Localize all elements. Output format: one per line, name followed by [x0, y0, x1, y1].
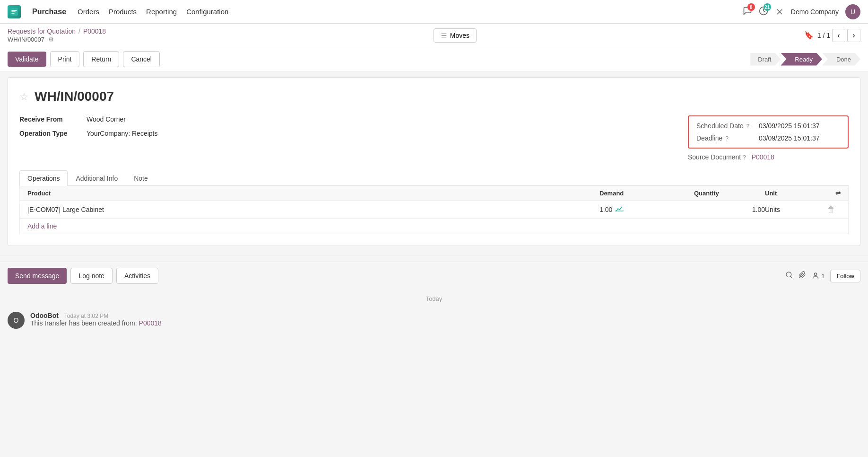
status-done[interactable]: Done [822, 53, 860, 66]
main-content: ☆ WH/IN/00007 Receive From Wood Corner O… [8, 77, 860, 246]
forecast-icon[interactable] [615, 205, 624, 214]
deadline-help: ? [725, 135, 729, 142]
send-message-button[interactable]: Send message [8, 268, 67, 284]
status-draft[interactable]: Draft [750, 53, 781, 66]
chat-actions: Send message Log note Activities 1 [0, 262, 868, 290]
nav-configuration[interactable]: Configuration [186, 6, 228, 18]
top-nav: Purchase Orders Products Reporting Confi… [0, 0, 868, 24]
activity-badge: 21 [764, 3, 771, 11]
message-link[interactable]: P00018 [139, 319, 162, 327]
follower-icon [812, 272, 819, 280]
message-text: This transfer has been created from: [30, 319, 139, 327]
source-document-row: Source Document ? P00018 [688, 153, 849, 161]
action-row: Validate Print Return Cancel Draft Ready… [0, 47, 868, 71]
breadcrumb-right: 🔖 1 / 1 ‹ › [804, 29, 860, 42]
chat-icon-button[interactable]: 8 [743, 6, 752, 17]
date-divider: Today [0, 290, 868, 308]
quantity-value[interactable]: 1.00 [694, 206, 765, 213]
unit-value: Units [765, 206, 822, 213]
action-buttons: Validate Print Return Cancel [8, 51, 160, 67]
record-fields-right: Scheduled Date ? 03/09/2025 15:01:37 Dea… [688, 115, 849, 161]
add-line-button[interactable]: Add a line [20, 219, 64, 234]
print-button[interactable]: Print [50, 51, 80, 67]
chat-badge: 8 [747, 3, 755, 11]
product-name[interactable]: [E-COM07] Large Cabinet [27, 206, 599, 213]
chat-actions-right: 1 Follow [785, 270, 860, 282]
status-ready[interactable]: Ready [781, 53, 822, 66]
gear-icon[interactable]: ⚙ [48, 36, 54, 43]
operation-type-label: Operation Type [19, 130, 81, 137]
add-line-row: Add a line [20, 219, 848, 234]
pager-count: 1 / 1 [817, 32, 830, 39]
svg-rect-7 [616, 211, 624, 211]
nav-reporting[interactable]: Reporting [146, 6, 177, 18]
table-header: Product Demand Quantity Unit ⇌ [20, 186, 848, 201]
col-unit: Unit [765, 190, 822, 197]
tab-note[interactable]: Note [126, 170, 156, 186]
scheduled-date-value[interactable]: 03/09/2025 15:01:37 [759, 122, 819, 130]
attachment-icon[interactable] [799, 271, 806, 281]
deadline-label: Deadline ? [696, 134, 753, 142]
activities-button[interactable]: Activities [116, 268, 158, 284]
follower-badge[interactable]: 1 [812, 272, 825, 280]
record-header: ☆ WH/IN/00007 [19, 89, 849, 104]
app-name[interactable]: Purchase [32, 8, 66, 16]
follower-count: 1 [821, 272, 825, 280]
nav-products[interactable]: Products [109, 6, 137, 18]
record-fields-left: Receive From Wood Corner Operation Type … [19, 115, 669, 161]
scheduled-date-row: Scheduled Date ? 03/09/2025 15:01:37 [696, 122, 840, 130]
settings-icon[interactable] [775, 7, 784, 17]
validate-button[interactable]: Validate [8, 52, 46, 67]
svg-point-8 [786, 272, 791, 277]
tab-additional-info[interactable]: Additional Info [68, 170, 126, 186]
log-note-button[interactable]: Log note [70, 268, 113, 284]
breadcrumb-row: Requests for Quotation / P00018 WH/IN/00… [0, 24, 868, 47]
breadcrumb-left: Requests for Quotation / P00018 WH/IN/00… [8, 27, 106, 43]
breadcrumb-current[interactable]: P00018 [83, 27, 106, 35]
moves-button[interactable]: Moves [434, 28, 477, 43]
user-avatar[interactable]: U [845, 4, 860, 19]
pager-next[interactable]: › [847, 29, 860, 42]
message-row: O OdooBot Today at 3:02 PM This transfer… [0, 308, 868, 333]
receive-from-label: Receive From [19, 115, 81, 123]
follow-button[interactable]: Follow [830, 270, 860, 282]
activity-icon-button[interactable]: 21 [759, 6, 768, 17]
source-document-value[interactable]: P00018 [752, 153, 774, 161]
cancel-button[interactable]: Cancel [123, 51, 160, 67]
deadline-value[interactable]: 03/09/2025 15:01:37 [759, 134, 819, 142]
nav-orders[interactable]: Orders [78, 6, 99, 18]
col-quantity: Quantity [694, 190, 765, 197]
scheduled-date-help: ? [746, 123, 750, 130]
moves-icon [441, 32, 447, 39]
tab-operations[interactable]: Operations [19, 170, 68, 186]
moves-label: Moves [450, 32, 469, 39]
operation-type-value[interactable]: YourCompany: Receipts [87, 130, 157, 137]
breadcrumb-parent[interactable]: Requests for Quotation [8, 27, 76, 35]
status-bar: Draft Ready Done [750, 53, 860, 66]
company-name: Demo Company [791, 8, 839, 16]
message-author: OdooBot [30, 312, 59, 319]
svg-line-9 [790, 276, 792, 278]
breadcrumb-center: Moves [434, 28, 477, 43]
breadcrumb-sep: / [78, 27, 80, 35]
wh-ref: WH/IN/00007 ⚙ [8, 36, 106, 43]
return-button[interactable]: Return [83, 51, 119, 67]
record-title: WH/IN/00007 [35, 89, 114, 104]
col-demand: Demand [599, 190, 694, 197]
bookmark-icon[interactable]: 🔖 [804, 31, 814, 40]
receive-from-value[interactable]: Wood Corner [87, 115, 126, 123]
app-icon [8, 5, 21, 18]
col-adjust[interactable]: ⇌ [822, 190, 841, 197]
scheduled-date-label: Scheduled Date ? [696, 122, 753, 130]
search-chat-icon[interactable] [785, 271, 793, 281]
source-document-help: ? [743, 154, 746, 161]
receive-from-row: Receive From Wood Corner [19, 115, 669, 123]
top-nav-right: 8 21 Demo Company U [743, 4, 860, 19]
message-content: OdooBot Today at 3:02 PM This transfer h… [30, 312, 860, 329]
col-product: Product [27, 190, 599, 197]
table-row: [E-COM07] Large Cabinet 1.00 1.00 Units … [20, 201, 848, 219]
pager-prev[interactable]: ‹ [832, 29, 845, 42]
delete-row-icon[interactable]: 🗑 [822, 205, 841, 214]
star-icon[interactable]: ☆ [19, 91, 29, 103]
operation-type-row: Operation Type YourCompany: Receipts [19, 130, 669, 137]
